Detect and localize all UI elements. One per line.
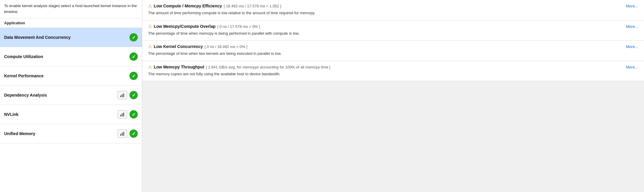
svg-rect-0 — [120, 95, 121, 97]
green-check-compute-utilization: ✓ — [129, 52, 138, 61]
warning-metric-low-memcpy-throughput: [ 1.641 GB/s avg, for memcpys accounting… — [206, 65, 330, 69]
green-check-nvlink: ✓ — [129, 110, 138, 119]
warning-card-low-memcpy-overlap: ⚠Low Memcpy/Compute Overlap[ 0 ns / 17.5… — [142, 20, 644, 41]
svg-rect-5 — [123, 113, 124, 116]
warning-body-low-kernel-concurrency: The percentage of time when two kernels … — [148, 51, 638, 57]
svg-rect-1 — [122, 94, 123, 97]
nav-item-kernel-performance[interactable]: Kernel Performance✓ — [0, 66, 142, 86]
warning-triangle-icon-low-compute-memcpy: ⚠ — [148, 4, 152, 8]
svg-rect-4 — [122, 113, 123, 116]
nav-item-label-unified-memory: Unified Memory — [4, 131, 35, 136]
warning-body-low-memcpy-throughput: The memory copies are not fully using th… — [148, 71, 638, 77]
nav-item-icons-unified-memory: ✓ — [118, 129, 138, 138]
nav-item-dependency-analysis[interactable]: Dependency Analysis ✓ — [0, 86, 142, 105]
svg-rect-6 — [120, 134, 121, 136]
warning-metric-low-memcpy-overlap: [ 0 ns / 17.578 ms = 0% ] — [217, 24, 260, 29]
warning-header-low-compute-memcpy: ⚠Low Compute / Memcpy Efficiency[ 18.492… — [148, 4, 638, 8]
left-panel: To enable kernel analysis stages select … — [0, 0, 142, 192]
nav-item-unified-memory[interactable]: Unified Memory ✓ — [0, 124, 142, 143]
nav-item-icons-dependency-analysis: ✓ — [118, 91, 138, 99]
more-link-low-memcpy-overlap[interactable]: More... — [626, 24, 638, 29]
warning-card-low-kernel-concurrency: ⚠Low Kernel Concurrency[ 0 ns / 18.492 m… — [142, 41, 644, 61]
section-header: Application — [0, 18, 142, 28]
svg-rect-7 — [122, 133, 123, 136]
nav-item-data-movement[interactable]: Data Movement And Concurrency✓ — [0, 28, 142, 47]
nav-item-nvlink[interactable]: NVLink ✓ — [0, 105, 142, 124]
warning-metric-low-compute-memcpy: [ 18.492 ms / 17.578 ms = 1.052 ] — [224, 4, 281, 8]
nav-item-label-data-movement: Data Movement And Concurrency — [4, 35, 71, 40]
svg-rect-8 — [123, 132, 124, 136]
chart-icon-btn-dependency-analysis[interactable] — [118, 91, 127, 99]
warning-title-text-low-kernel-concurrency: Low Kernel Concurrency — [154, 44, 203, 49]
warning-header-low-memcpy-overlap: ⚠Low Memcpy/Compute Overlap[ 0 ns / 17.5… — [148, 24, 638, 29]
svg-rect-3 — [120, 115, 121, 116]
nav-item-label-kernel-performance: Kernel Performance — [4, 73, 44, 78]
more-link-low-kernel-concurrency[interactable]: More... — [626, 44, 638, 49]
warning-triangle-icon-low-kernel-concurrency: ⚠ — [148, 44, 152, 49]
green-check-unified-memory: ✓ — [129, 129, 138, 138]
chart-icon-btn-nvlink[interactable] — [118, 110, 127, 119]
chart-icon-btn-unified-memory[interactable] — [118, 129, 127, 138]
warning-body-low-memcpy-overlap: The percentage of time when memcpy is be… — [148, 31, 638, 36]
warnings-container: ⚠Low Compute / Memcpy Efficiency[ 18.492… — [142, 0, 644, 81]
nav-items-container: Data Movement And Concurrency✓Compute Ut… — [0, 28, 142, 143]
nav-item-label-nvlink: NVLink — [4, 112, 18, 117]
warning-card-low-compute-memcpy: ⚠Low Compute / Memcpy Efficiency[ 18.492… — [142, 0, 644, 20]
green-check-dependency-analysis: ✓ — [129, 91, 138, 99]
right-panel: ⚠Low Compute / Memcpy Efficiency[ 18.492… — [142, 0, 644, 192]
nav-item-label-compute-utilization: Compute Utilization — [4, 54, 43, 59]
more-link-low-memcpy-throughput[interactable]: More... — [626, 65, 638, 69]
warning-triangle-icon-low-memcpy-throughput: ⚠ — [148, 65, 152, 69]
nav-item-compute-utilization[interactable]: Compute Utilization✓ — [0, 47, 142, 66]
warning-header-low-memcpy-throughput: ⚠Low Memcpy Throughput[ 1.641 GB/s avg, … — [148, 65, 638, 69]
warning-title-row-low-memcpy-overlap: ⚠Low Memcpy/Compute Overlap[ 0 ns / 17.5… — [148, 24, 624, 29]
nav-item-icons-data-movement: ✓ — [129, 33, 138, 41]
warning-title-row-low-compute-memcpy: ⚠Low Compute / Memcpy Efficiency[ 18.492… — [148, 4, 624, 8]
warning-title-row-low-kernel-concurrency: ⚠Low Kernel Concurrency[ 0 ns / 18.492 m… — [148, 44, 624, 49]
intro-text: To enable kernel analysis stages select … — [0, 0, 142, 18]
warning-body-low-compute-memcpy: The amount of time performing compute is… — [148, 10, 638, 16]
nav-item-icons-compute-utilization: ✓ — [129, 52, 138, 61]
warning-metric-low-kernel-concurrency: [ 0 ns / 18.492 ms = 0% ] — [205, 44, 247, 49]
nav-item-label-dependency-analysis: Dependency Analysis — [4, 93, 47, 97]
more-link-low-compute-memcpy[interactable]: More... — [626, 4, 638, 8]
nav-item-icons-nvlink: ✓ — [118, 110, 138, 119]
warning-title-text-low-compute-memcpy: Low Compute / Memcpy Efficiency — [154, 4, 222, 8]
warning-title-text-low-memcpy-throughput: Low Memcpy Throughput — [154, 65, 204, 69]
warning-title-text-low-memcpy-overlap: Low Memcpy/Compute Overlap — [154, 24, 215, 29]
warning-triangle-icon-low-memcpy-overlap: ⚠ — [148, 24, 152, 28]
svg-rect-2 — [123, 93, 124, 97]
nav-item-icons-kernel-performance: ✓ — [129, 72, 138, 80]
green-check-data-movement: ✓ — [129, 33, 138, 41]
warning-title-row-low-memcpy-throughput: ⚠Low Memcpy Throughput[ 1.641 GB/s avg, … — [148, 65, 624, 69]
green-check-kernel-performance: ✓ — [129, 72, 138, 80]
warning-card-low-memcpy-throughput: ⚠Low Memcpy Throughput[ 1.641 GB/s avg, … — [142, 61, 644, 81]
warning-header-low-kernel-concurrency: ⚠Low Kernel Concurrency[ 0 ns / 18.492 m… — [148, 44, 638, 49]
